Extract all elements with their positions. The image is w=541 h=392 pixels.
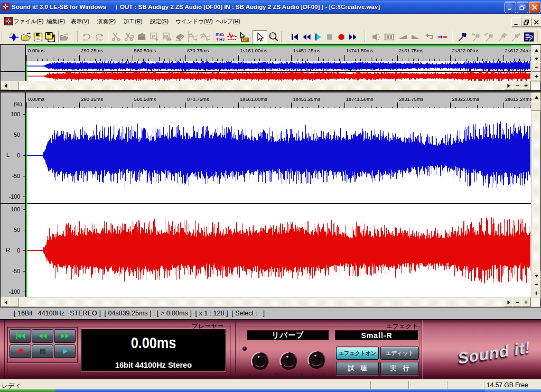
open-file-button[interactable] bbox=[20, 31, 32, 43]
save-button[interactable] bbox=[32, 31, 44, 43]
player-play-button[interactable] bbox=[54, 344, 76, 358]
menu-play[interactable]: 演奏(P) bbox=[97, 14, 116, 29]
play-button[interactable] bbox=[312, 31, 324, 43]
left-arrow-icon bbox=[4, 300, 8, 305]
editor-pane: (%) 100500-50-100100500-50-100 L R 0.00m… bbox=[0, 91, 541, 307]
effect-edit-button[interactable]: エディット bbox=[380, 347, 419, 360]
rewind-button[interactable] bbox=[300, 31, 312, 43]
player-panel: プレーヤー 0.00ms 16bit 44100Hz Stereo エフェクト … bbox=[0, 319, 541, 379]
editor-vzoom-out-button[interactable]: − bbox=[531, 279, 541, 289]
offset-button[interactable] bbox=[436, 31, 448, 43]
view-range-bar[interactable] bbox=[26, 45, 531, 46]
restore-button[interactable] bbox=[517, 2, 528, 13]
overview-waveform[interactable] bbox=[26, 61, 531, 81]
editor-ruler[interactable]: 0.00ms290.25ms580.50ms870.75ms1s161.00ms… bbox=[26, 92, 531, 109]
editor-vzoom-in-button[interactable]: + bbox=[531, 288, 541, 298]
application-window: { "window": { "title": "Sound it! 3.0 LE… bbox=[0, 0, 541, 392]
fast-forward-button[interactable] bbox=[347, 31, 359, 43]
editor-waveform[interactable] bbox=[26, 108, 531, 297]
axis-tick-label: 50 bbox=[6, 227, 20, 233]
player-go-start-button[interactable] bbox=[10, 329, 31, 343]
restore-icon bbox=[519, 4, 526, 11]
editor-hzoom-in-button[interactable]: + bbox=[521, 297, 531, 307]
system-tray bbox=[485, 389, 541, 392]
mix-paste-icon: M bbox=[161, 31, 173, 43]
axis-tick-mark bbox=[23, 197, 25, 197]
erase-button bbox=[173, 31, 185, 43]
mdi-restore-icon bbox=[524, 20, 529, 25]
save-copy-button[interactable] bbox=[44, 31, 56, 43]
overview-ruler[interactable]: 0.00ms290.25ms580.50ms870.75ms1s161.00ms… bbox=[26, 45, 531, 61]
go-start-button[interactable] bbox=[288, 31, 301, 43]
loop-return-button bbox=[423, 31, 435, 43]
mixer-button[interactable] bbox=[523, 31, 535, 43]
overview-scroll-down-button[interactable] bbox=[531, 54, 541, 63]
menu-settings[interactable]: 設定(S) bbox=[150, 14, 169, 29]
ruler-label: 1s741.50ms bbox=[346, 96, 374, 102]
axis-unit-label: (%) bbox=[14, 101, 22, 107]
wave-display-button[interactable] bbox=[226, 31, 238, 43]
new-file-icon bbox=[8, 31, 20, 43]
overview-hzoom-in-button[interactable]: + bbox=[521, 81, 531, 90]
overview-hscrollbar[interactable] bbox=[1, 81, 531, 90]
effect-type-display[interactable]: リバーブ bbox=[247, 330, 329, 340]
axis-tick-mark bbox=[23, 230, 25, 230]
copy-button bbox=[135, 31, 147, 43]
unit-toggle-button[interactable]: ms Hz bbox=[214, 31, 226, 43]
player-stop-button[interactable] bbox=[32, 344, 53, 358]
new-file-button[interactable] bbox=[7, 31, 20, 43]
overview-vzoom-in-button[interactable]: + bbox=[531, 72, 541, 81]
fade-in-icon bbox=[397, 31, 408, 43]
mdi-close-button[interactable] bbox=[531, 17, 541, 27]
select-tool-icon bbox=[255, 32, 265, 43]
mdi-restore-button[interactable] bbox=[521, 17, 531, 27]
gain-down-icon bbox=[199, 31, 211, 43]
svg-text:ms: ms bbox=[216, 32, 222, 37]
ruler-label: 2s31.75ms bbox=[399, 48, 423, 54]
mdi-minimize-button[interactable] bbox=[511, 17, 521, 27]
player-fast-forward-button[interactable] bbox=[54, 329, 76, 343]
right-arrow-icon bbox=[507, 83, 511, 88]
select-tool-button[interactable] bbox=[253, 30, 267, 44]
menu-view[interactable]: 表示(V) bbox=[71, 14, 89, 29]
effect-on-button[interactable]: エフェクトオン bbox=[336, 347, 379, 360]
document-status-text: [ 16Bit 44100Hz STEREO ] [ 04s839.25ms ]… bbox=[14, 310, 265, 317]
menu-process[interactable]: 加工(R) bbox=[124, 14, 143, 29]
player-record-button[interactable] bbox=[10, 344, 31, 358]
close-button[interactable] bbox=[529, 2, 540, 13]
effect-preview-button[interactable]: 試 聴 bbox=[336, 362, 379, 375]
output-knob[interactable] bbox=[279, 351, 299, 371]
zoom-tool-button[interactable] bbox=[267, 31, 279, 43]
format-value: 16bit 44100Hz Stereo bbox=[81, 361, 226, 369]
position-display-button[interactable]: 124 bbox=[237, 31, 249, 43]
input-knob[interactable] bbox=[250, 351, 270, 371]
ruler-label: 1s451.25ms bbox=[293, 48, 321, 54]
fade-out-button bbox=[409, 31, 422, 43]
taskbar[interactable] bbox=[0, 389, 541, 392]
record-icon bbox=[336, 32, 347, 42]
menu-edit[interactable]: 編集(E) bbox=[46, 14, 65, 29]
effect-preset-display[interactable]: Small-R bbox=[335, 330, 418, 340]
start-button[interactable] bbox=[0, 389, 55, 392]
unit-ms-hz-icon: ms Hz bbox=[214, 31, 226, 43]
overview-scroll-thumb[interactable] bbox=[10, 81, 19, 90]
menu-window[interactable]: ウインドウ(W) bbox=[175, 14, 213, 29]
effect-execute-button[interactable]: 実 行 bbox=[380, 362, 419, 375]
record-icon bbox=[17, 348, 24, 355]
editor-scroll-thumb[interactable] bbox=[10, 297, 19, 307]
marker-add-button[interactable] bbox=[456, 31, 469, 43]
editor-hscrollbar[interactable] bbox=[1, 297, 540, 306]
menu-help[interactable]: ヘルプ(H) bbox=[216, 14, 240, 29]
menu-file[interactable]: ファイル(F) bbox=[14, 14, 43, 29]
editor-vscroll-thumb[interactable] bbox=[531, 101, 541, 111]
redo-button bbox=[93, 31, 105, 43]
minimize-button[interactable] bbox=[505, 2, 516, 13]
trim-button bbox=[123, 31, 135, 43]
overview-vzoom-out-button[interactable]: − bbox=[531, 62, 541, 72]
record-button[interactable] bbox=[335, 31, 347, 43]
undo-button bbox=[80, 31, 92, 43]
axis-tick-mark bbox=[23, 209, 25, 210]
sense-knob[interactable] bbox=[307, 350, 327, 370]
stop-icon bbox=[324, 32, 335, 42]
player-rewind-button[interactable] bbox=[32, 329, 53, 343]
